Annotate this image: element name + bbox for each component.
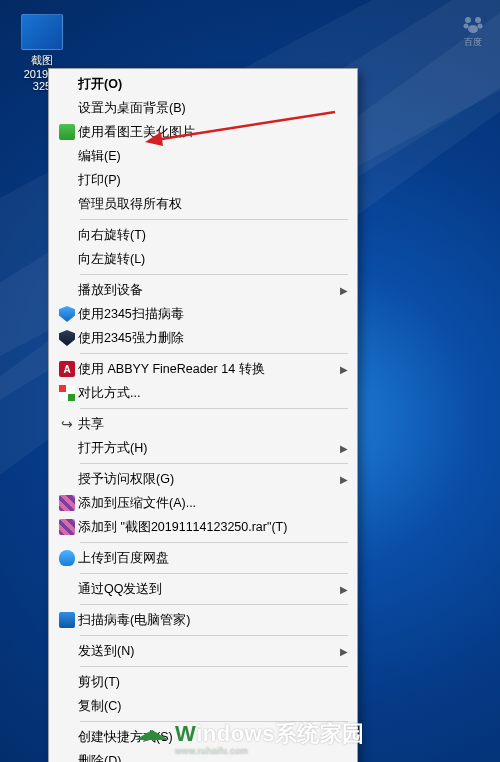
menu-item-label: 向右旋转(T)	[78, 227, 336, 244]
menu-separator	[80, 408, 348, 409]
menu-item-label: 设置为桌面背景(B)	[78, 100, 336, 117]
menu-item-label: 通过QQ发送到	[78, 581, 336, 598]
menu-separator	[80, 666, 348, 667]
menu-item-abbyy-convert[interactable]: 使用 ABBYY FineReader 14 转换▶	[50, 357, 356, 381]
menu-item-create-shortcut[interactable]: 创建快捷方式(S)	[50, 725, 356, 749]
menu-item-label: 使用2345扫描病毒	[78, 306, 336, 323]
menu-item-label: 删除(D)	[78, 753, 336, 763]
menu-item-add-to-archive[interactable]: 添加到压缩文件(A)...	[50, 491, 356, 515]
menu-item-label: 发送到(N)	[78, 643, 336, 660]
menu-item-set-wallpaper[interactable]: 设置为桌面背景(B)	[50, 96, 356, 120]
menu-item-scan-2345[interactable]: 使用2345扫描病毒	[50, 302, 356, 326]
menu-item-send-to[interactable]: 发送到(N)▶	[50, 639, 356, 663]
menu-item-delete[interactable]: 删除(D)	[50, 749, 356, 762]
shield-blue-icon	[59, 306, 75, 322]
menu-item-label: 对比方式...	[78, 385, 336, 402]
context-menu: 打开(O)设置为桌面背景(B)使用看图王美化图片编辑(E)打印(P)管理员取得所…	[48, 68, 358, 762]
windows-desktop: 截图 201911 325 打开(O)设置为桌面背景(B)使用看图王美化图片编辑…	[0, 0, 500, 762]
menu-item-add-to-named-rar[interactable]: 添加到 "截图20191114123250.rar"(T)	[50, 515, 356, 539]
menu-separator	[80, 274, 348, 275]
submenu-arrow-icon: ▶	[336, 285, 348, 296]
menu-separator	[80, 635, 348, 636]
menu-item-rotate-left[interactable]: 向左旋转(L)	[50, 247, 356, 271]
menu-item-print[interactable]: 打印(P)	[50, 168, 356, 192]
menu-separator	[80, 219, 348, 220]
menu-item-label: 编辑(E)	[78, 148, 336, 165]
menu-item-grant-access[interactable]: 授予访问权限(G)▶	[50, 467, 356, 491]
green-icon	[59, 124, 75, 140]
menu-item-label: 打开(O)	[78, 76, 336, 93]
menu-item-upload-baidupan[interactable]: 上传到百度网盘	[50, 546, 356, 570]
blue-sq-icon	[59, 612, 75, 628]
file-label-line: 截图	[31, 53, 53, 68]
menu-item-label: 剪切(T)	[78, 674, 336, 691]
menu-item-edit[interactable]: 编辑(E)	[50, 144, 356, 168]
menu-item-label: 打开方式(H)	[78, 440, 336, 457]
share-icon: ↪	[61, 416, 73, 432]
menu-separator	[80, 604, 348, 605]
menu-separator	[80, 353, 348, 354]
file-thumbnail	[21, 14, 63, 50]
submenu-arrow-icon: ▶	[336, 474, 348, 485]
cloud-icon	[59, 550, 75, 566]
menu-separator	[80, 721, 348, 722]
menu-item-kantu-beautify[interactable]: 使用看图王美化图片	[50, 120, 356, 144]
menu-item-share[interactable]: ↪共享	[50, 412, 356, 436]
menu-item-label: 向左旋转(L)	[78, 251, 336, 268]
cmp-icon	[59, 385, 75, 401]
menu-item-cast-to-device[interactable]: 播放到设备▶	[50, 278, 356, 302]
menu-separator	[80, 463, 348, 464]
menu-item-label: 添加到 "截图20191114123250.rar"(T)	[78, 519, 336, 536]
menu-item-compare-mode[interactable]: 对比方式...	[50, 381, 356, 405]
menu-item-cut[interactable]: 剪切(T)	[50, 670, 356, 694]
menu-item-send-qq[interactable]: 通过QQ发送到▶	[50, 577, 356, 601]
shield-dark-icon	[59, 330, 75, 346]
menu-separator	[80, 542, 348, 543]
menu-item-label: 复制(C)	[78, 698, 336, 715]
menu-item-admin-take-ownership[interactable]: 管理员取得所有权	[50, 192, 356, 216]
menu-item-copy[interactable]: 复制(C)	[50, 694, 356, 718]
winrar-icon	[59, 519, 75, 535]
menu-item-label: 管理员取得所有权	[78, 196, 336, 213]
submenu-arrow-icon: ▶	[336, 364, 348, 375]
menu-item-open[interactable]: 打开(O)	[50, 72, 356, 96]
menu-item-label: 扫描病毒(电脑管家)	[78, 612, 336, 629]
menu-item-label: 添加到压缩文件(A)...	[78, 495, 336, 512]
menu-item-rotate-right[interactable]: 向右旋转(T)	[50, 223, 356, 247]
submenu-arrow-icon: ▶	[336, 584, 348, 595]
menu-item-label: 使用2345强力删除	[78, 330, 336, 347]
menu-item-label: 播放到设备	[78, 282, 336, 299]
abbyy-icon	[59, 361, 75, 377]
menu-item-delete-2345[interactable]: 使用2345强力删除	[50, 326, 356, 350]
submenu-arrow-icon: ▶	[336, 443, 348, 454]
menu-item-label: 使用看图王美化图片	[78, 124, 336, 141]
menu-item-label: 创建快捷方式(S)	[78, 729, 336, 746]
menu-item-scan-guanjia[interactable]: 扫描病毒(电脑管家)	[50, 608, 356, 632]
menu-item-open-with[interactable]: 打开方式(H)▶	[50, 436, 356, 460]
menu-item-label: 共享	[78, 416, 336, 433]
submenu-arrow-icon: ▶	[336, 646, 348, 657]
menu-item-label: 授予访问权限(G)	[78, 471, 336, 488]
winrar-icon	[59, 495, 75, 511]
menu-separator	[80, 573, 348, 574]
menu-item-label: 使用 ABBYY FineReader 14 转换	[78, 361, 336, 378]
menu-item-label: 打印(P)	[78, 172, 336, 189]
menu-item-label: 上传到百度网盘	[78, 550, 336, 567]
